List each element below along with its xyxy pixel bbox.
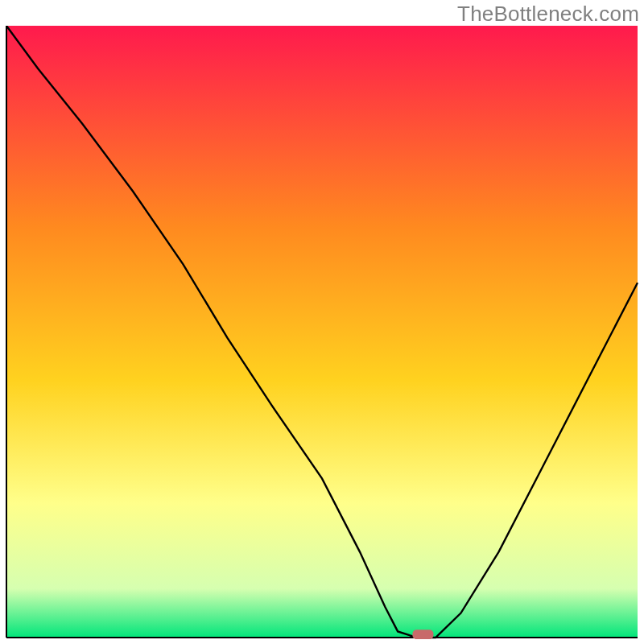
chart-stage: TheBottleneck.com <box>0 0 644 644</box>
plot-area <box>5 26 639 639</box>
optimal-point-marker <box>412 630 433 639</box>
chart-svg <box>5 26 639 639</box>
watermark-text: TheBottleneck.com <box>457 2 639 27</box>
gradient-background <box>6 26 638 638</box>
